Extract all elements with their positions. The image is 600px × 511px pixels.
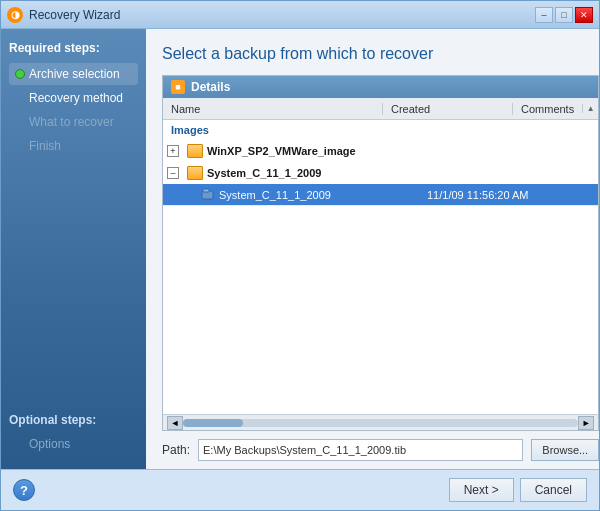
section-images-label: Images [163,120,598,140]
minimize-button[interactable]: – [535,7,553,23]
content-title: Select a backup from which to recover [162,45,599,63]
sidebar-item-what-to-recover: What to recover [9,111,138,133]
col-name: Name [163,103,383,115]
optional-steps-label: Optional steps: [9,413,138,427]
archive-icon-winxp [187,144,203,158]
app-icon: ◑ [7,7,23,23]
next-label: Next > [464,483,499,497]
recovery-method-label: Recovery method [29,91,123,105]
help-button[interactable]: ? [13,479,35,501]
backup-name: System_C_11_1_2009 [215,189,419,201]
sidebar-item-options: Options [9,433,138,455]
required-steps-label: Required steps: [9,41,138,55]
archive-icon-system-c [187,166,203,180]
path-bar: Path: Browse... [162,439,599,461]
sidebar-spacer [9,159,138,413]
path-input[interactable] [198,439,523,461]
group-row-winxp[interactable]: + WinXP_SP2_VMWare_image [163,140,598,162]
scroll-up-button[interactable]: ▲ [582,104,598,113]
maximize-button[interactable]: □ [555,7,573,23]
svg-rect-1 [203,189,209,192]
sidebar: Required steps: Archive selection Recove… [1,29,146,469]
backup-file-icon [199,187,215,203]
details-label: Details [191,80,230,94]
expand-system-c-button[interactable]: – [167,167,179,179]
done-icon [15,69,25,79]
browse-button[interactable]: Browse... [531,439,599,461]
next-button[interactable]: Next > [449,478,514,502]
options-label: Options [29,437,70,451]
col-created: Created [383,103,513,115]
details-icon: ■ [171,80,185,94]
table-header: Name Created Comments ▲ [163,98,598,120]
details-panel: ■ Details Name Created Comments ▲ Images [162,75,599,431]
horizontal-scrollbar[interactable]: ◄ ► [163,414,598,430]
what-to-recover-label: What to recover [29,115,114,129]
scroll-thumb [183,419,243,427]
expand-winxp-button[interactable]: + [167,145,179,157]
bottom-bar: ? Next > Cancel [1,469,599,510]
details-header: ■ Details [163,76,598,98]
path-label: Path: [162,443,190,457]
scroll-left-button[interactable]: ◄ [167,416,183,430]
winxp-name: WinXP_SP2_VMWare_image [207,145,356,157]
backup-row-system-c[interactable]: System_C_11_1_2009 11/1/09 11:56:20 AM [163,184,598,206]
main-container: Required steps: Archive selection Recove… [1,29,599,469]
col-comments: Comments [513,103,582,115]
scroll-right-button[interactable]: ► [578,416,594,430]
window-controls: – □ ✕ [535,7,593,23]
backup-created: 11/1/09 11:56:20 AM [419,189,549,201]
title-bar: ◑ Recovery Wizard – □ ✕ [1,1,599,29]
cancel-button[interactable]: Cancel [520,478,587,502]
system-c-name: System_C_11_1_2009 [207,167,321,179]
window-title: Recovery Wizard [29,8,535,22]
cancel-label: Cancel [535,483,572,497]
file-table[interactable]: Images + WinXP_SP2_VMWare_image – System… [163,120,598,414]
sidebar-item-archive-selection[interactable]: Archive selection [9,63,138,85]
close-button[interactable]: ✕ [575,7,593,23]
finish-label: Finish [29,139,61,153]
recovery-wizard-window: ◑ Recovery Wizard – □ ✕ Required steps: … [0,0,600,511]
content-area: Select a backup from which to recover ■ … [146,29,599,469]
sidebar-item-recovery-method[interactable]: Recovery method [9,87,138,109]
group-row-system-c[interactable]: – System_C_11_1_2009 [163,162,598,184]
scroll-track [183,419,578,427]
archive-selection-label: Archive selection [29,67,120,81]
sidebar-item-finish: Finish [9,135,138,157]
